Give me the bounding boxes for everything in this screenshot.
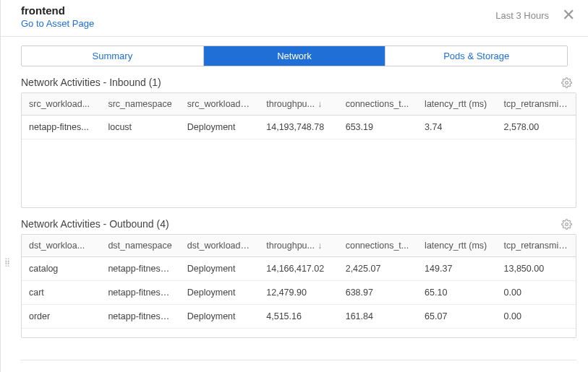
outbound-section: Network Activities - Outbound (4) dst_wo… [21,218,576,338]
col-connections[interactable]: connections_t... [338,235,417,257]
time-range-label: Last 3 Hours [495,10,549,21]
table-cell: 2,425.07 [338,257,417,281]
table-cell: netapp-fitness-... [101,281,179,305]
col-latency[interactable]: latency_rtt (ms) [417,93,496,116]
table-cell: Deployment [180,257,259,281]
table-cell: Deployment [180,116,259,139]
table-cell: order [22,305,101,329]
table-row[interactable]: cartnetapp-fitness-...Deployment12,479.9… [22,281,576,305]
footer-divider [20,360,576,360]
inbound-table: src_workload... src_namespace src_worklo… [21,92,576,208]
col-throughput[interactable]: throughpu...↓ [259,93,338,116]
col-latency[interactable]: latency_rtt (ms) [417,235,496,257]
table-cell: cart [22,281,101,305]
table-cell: 65.10 [417,281,496,305]
table-row[interactable]: catalognetapp-fitness-...Deployment14,16… [22,257,576,281]
tab-network[interactable]: Network [203,46,385,66]
table-cell: 149.37 [417,257,496,281]
tab-pods-storage[interactable]: Pods & Storage [385,46,567,66]
sort-desc-icon: ↓ [318,99,322,109]
inbound-section: Network Activities - Inbound (1) src_wor… [21,77,576,208]
table-cell: 14,166,417.02 [259,257,338,281]
gear-icon[interactable] [561,77,572,88]
outbound-title: Network Activities - Outbound (4) [21,218,169,230]
svg-point-1 [566,222,568,225]
table-cell: 3.74 [417,116,496,139]
col-throughput[interactable]: throughpu...↓ [259,235,338,257]
sort-desc-icon: ↓ [318,241,322,251]
col-retransmit[interactable]: tcp_retransmit... [497,93,576,116]
details-panel: frontend Go to Asset Page Last 3 Hours ✕… [0,0,588,372]
col-connections[interactable]: connections_t... [338,93,417,116]
table-cell: 653.19 [338,116,417,139]
table-row[interactable]: netapp-fitnes...locustDeployment14,193,7… [22,116,576,139]
table-cell: netapp-fitnes... [22,116,101,139]
table-cell: Deployment [180,305,259,329]
col-retransmit[interactable]: tcp_retransmit... [497,235,576,257]
close-icon[interactable]: ✕ [562,7,575,23]
drag-handle-icon[interactable]: ⠿⠿ [4,260,11,266]
outbound-table: dst_workloa... dst_namespace dst_workloa… [21,234,576,338]
table-cell: 13,850.00 [497,257,576,281]
table-cell: 4,515.16 [259,305,338,329]
table-cell: 14,193,748.78 [259,116,338,139]
table-cell: 638.97 [338,281,417,305]
table-cell: 12,479.90 [259,281,338,305]
col-src-workload-type[interactable]: src_workload_... [180,93,259,116]
col-throughput-label: throughpu... [266,241,315,251]
col-throughput-label: throughpu... [266,99,315,109]
table-cell: netapp-fitness-... [101,305,179,329]
table-cell: locust [101,116,179,139]
panel-header: frontend Go to Asset Page Last 3 Hours ✕ [1,0,588,37]
col-src-namespace[interactable]: src_namespace [101,93,179,116]
table-cell: Deployment [180,281,259,305]
tab-summary[interactable]: Summary [22,46,203,66]
table-cell: 0.00 [497,281,576,305]
gear-icon[interactable] [561,219,572,230]
table-cell: catalog [22,257,101,281]
table-cell: 65.07 [417,305,496,329]
table-cell: netapp-fitness-... [101,257,179,281]
table-cell: 161.84 [338,305,417,329]
page-title: frontend [21,4,94,17]
table-cell: 0.00 [497,305,576,329]
asset-page-link[interactable]: Go to Asset Page [21,18,94,29]
col-dst-workload[interactable]: dst_workloa... [22,235,101,257]
svg-point-0 [566,81,568,84]
col-src-workload[interactable]: src_workload... [22,93,101,116]
inbound-title: Network Activities - Inbound (1) [21,77,161,88]
tab-bar: Summary Network Pods & Storage [21,46,568,66]
col-dst-workload-type[interactable]: dst_workload_... [180,235,259,257]
table-row[interactable]: ordernetapp-fitness-...Deployment4,515.1… [22,305,576,329]
table-cell: 2,578.00 [497,116,576,139]
col-dst-namespace[interactable]: dst_namespace [101,235,179,257]
